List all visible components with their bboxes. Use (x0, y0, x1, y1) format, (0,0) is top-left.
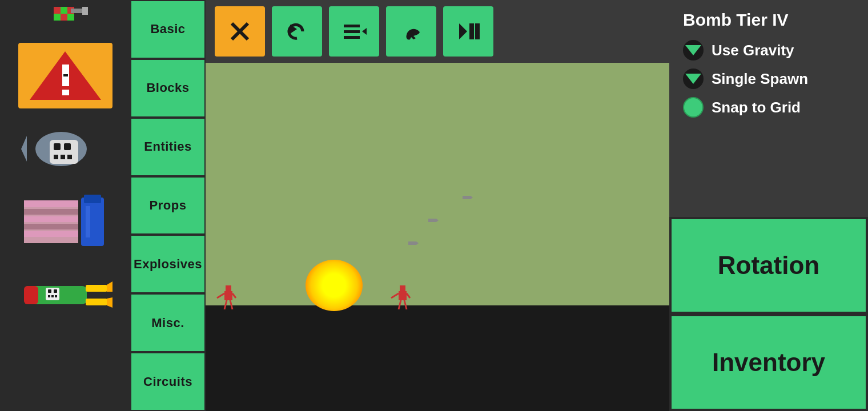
single-spawn-toggle[interactable] (683, 68, 704, 89)
sidebar-item-bomb[interactable] (11, 260, 119, 329)
svg-marker-40 (107, 281, 112, 292)
svg-rect-47 (344, 36, 360, 39)
rotation-button[interactable]: Rotation (669, 217, 868, 314)
svg-rect-34 (54, 289, 57, 293)
sidebar-item-top[interactable] (11, 2, 119, 37)
svg-marker-69 (416, 241, 419, 245)
play-pause-button[interactable] (443, 6, 493, 57)
svg-rect-26 (24, 231, 78, 237)
nav-item-entities[interactable]: Entities (130, 118, 206, 176)
svg-rect-24 (24, 216, 78, 222)
ground (206, 305, 669, 411)
flying-entity-1 (463, 194, 473, 200)
nav-item-explosives[interactable]: Explosives (130, 235, 206, 293)
svg-rect-12 (63, 74, 68, 76)
svg-rect-23 (24, 209, 78, 215)
nav-item-basic[interactable]: Basic (130, 0, 206, 59)
right-panel: Bomb Tier IV Use Gravity Single Spawn Sn… (669, 0, 868, 411)
flying-entity-2 (428, 217, 439, 223)
list-button[interactable] (329, 6, 379, 57)
svg-rect-18 (54, 155, 58, 159)
svg-rect-35 (48, 295, 50, 297)
sidebar-item-stripes[interactable] (11, 187, 119, 256)
svg-rect-32 (46, 288, 59, 300)
svg-rect-68 (408, 241, 416, 245)
svg-line-63 (404, 300, 407, 309)
right-top-section: Bomb Tier IV Use Gravity Single Spawn Sn… (669, 0, 868, 136)
svg-rect-39 (86, 299, 107, 305)
svg-marker-65 (471, 196, 473, 199)
svg-rect-25 (24, 224, 78, 229)
single-spawn-row: Single Spawn (683, 68, 854, 89)
svg-line-55 (232, 293, 236, 298)
svg-rect-45 (344, 25, 360, 27)
svg-marker-67 (436, 219, 439, 222)
nav-item-circuits[interactable]: Circuits (130, 352, 206, 411)
svg-rect-5 (67, 14, 74, 21)
explosion (306, 260, 363, 311)
svg-rect-11 (62, 90, 69, 95)
undo-button[interactable] (272, 6, 322, 57)
svg-rect-29 (86, 206, 90, 237)
svg-rect-6 (71, 9, 82, 13)
svg-rect-19 (61, 155, 65, 159)
svg-rect-28 (84, 195, 101, 203)
svg-line-54 (217, 293, 224, 298)
snap-to-grid-label: Snap to Grid (712, 99, 801, 116)
svg-rect-36 (51, 295, 54, 297)
delete-button[interactable] (215, 6, 265, 57)
soldier-right (388, 285, 417, 311)
svg-rect-4 (61, 14, 67, 21)
svg-rect-52 (226, 285, 231, 291)
pointer-button[interactable] (386, 6, 436, 57)
svg-rect-0 (54, 7, 61, 14)
svg-rect-64 (463, 196, 471, 199)
svg-line-62 (399, 300, 401, 309)
svg-rect-59 (399, 291, 407, 300)
svg-marker-14 (21, 136, 27, 162)
svg-line-60 (391, 293, 399, 298)
svg-rect-16 (54, 143, 61, 150)
game-canvas[interactable] (206, 63, 669, 411)
snap-to-grid-row: Snap to Grid (683, 97, 854, 118)
entity-title: Bomb Tier IV (683, 10, 854, 30)
svg-rect-7 (82, 7, 88, 15)
svg-line-57 (230, 300, 232, 309)
svg-marker-41 (107, 297, 112, 308)
svg-rect-33 (48, 289, 51, 293)
svg-marker-48 (362, 28, 367, 35)
toolbar (206, 0, 669, 63)
svg-rect-3 (54, 14, 61, 21)
svg-rect-15 (50, 140, 78, 164)
nav-item-props[interactable]: Props (130, 176, 206, 235)
inventory-button[interactable]: Inventory (669, 314, 868, 411)
svg-rect-50 (469, 23, 474, 39)
sidebar-item-warning[interactable] (11, 41, 119, 110)
svg-rect-27 (81, 198, 104, 246)
svg-rect-46 (344, 30, 360, 33)
use-gravity-toggle[interactable] (683, 40, 704, 61)
nav-item-misc[interactable]: Misc. (130, 293, 206, 352)
svg-rect-51 (475, 23, 480, 39)
flying-entity-3 (408, 240, 419, 245)
sidebar-item-fish[interactable] (11, 114, 119, 183)
single-spawn-label: Single Spawn (712, 70, 808, 88)
svg-rect-53 (224, 291, 232, 300)
use-gravity-label: Use Gravity (712, 42, 794, 59)
snap-to-grid-toggle[interactable] (683, 97, 704, 118)
svg-rect-20 (67, 155, 72, 159)
svg-rect-22 (24, 200, 78, 207)
svg-rect-37 (55, 295, 57, 297)
nav-item-blocks[interactable]: Blocks (130, 59, 206, 118)
left-sidebar (0, 0, 130, 411)
soldier-left (214, 285, 243, 311)
use-gravity-row: Use Gravity (683, 40, 854, 61)
svg-rect-66 (428, 219, 436, 222)
svg-line-56 (224, 300, 227, 309)
svg-line-61 (407, 293, 410, 298)
svg-marker-49 (459, 23, 467, 39)
svg-rect-17 (64, 143, 71, 150)
svg-rect-1 (61, 7, 67, 14)
nav-menu: Basic Blocks Entities Props Explosives M… (130, 0, 206, 411)
svg-rect-38 (86, 285, 107, 292)
